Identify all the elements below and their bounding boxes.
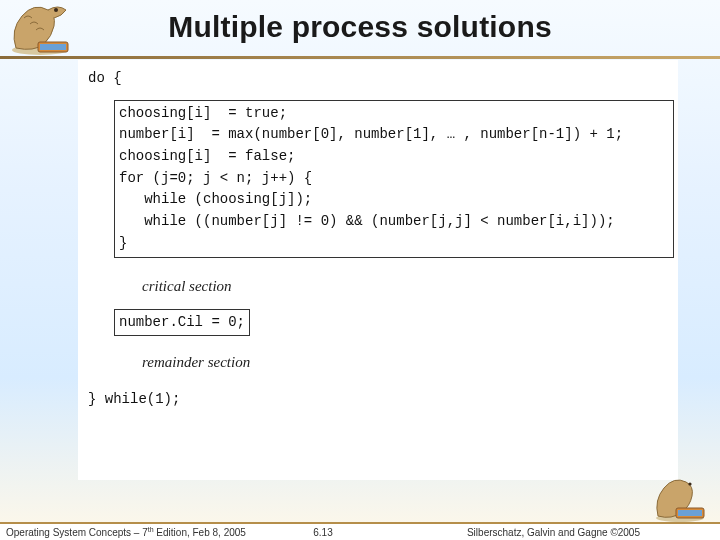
dino-logo-bottom (648, 474, 712, 522)
svg-point-5 (688, 482, 691, 485)
code-block-reset: number.Cil = 0; (114, 309, 250, 337)
footer-right: Silberschatz, Galvin and Gagne ©2005 (343, 527, 720, 538)
footer-left: Operating System Concepts – 7th Edition,… (0, 526, 303, 538)
footer: Operating System Concepts – 7th Edition,… (0, 522, 720, 540)
code-line: while (choosing[j]); (119, 189, 669, 211)
code-line: for (j=0; j < n; j++) { (119, 168, 669, 190)
code-line: } (119, 233, 669, 255)
code-line: choosing[i] = true; (119, 103, 669, 125)
critical-section-label: critical section (142, 278, 668, 295)
header-divider (0, 56, 720, 59)
code-line: choosing[i] = false; (119, 146, 669, 168)
footer-slide-number: 6.13 (303, 527, 342, 538)
footer-book-suffix: Edition, Feb 8, 2005 (154, 527, 246, 538)
footer-copyright-symbol: © (610, 527, 617, 538)
svg-rect-3 (40, 44, 66, 50)
code-line: while ((number[j] != 0) && (number[j,j] … (119, 211, 669, 233)
footer-year: 2005 (618, 527, 640, 538)
slide-content: do { choosing[i] = true; number[i] = max… (78, 60, 678, 480)
do-open: do { (88, 68, 668, 90)
footer-authors: Silberschatz, Galvin and Gagne (467, 527, 610, 538)
code-line: number[i] = max(number[0], number[1], … … (119, 124, 669, 146)
code-block-bakery: choosing[i] = true; number[i] = max(numb… (114, 100, 674, 258)
footer-book-prefix: Operating System Concepts – 7 (6, 527, 148, 538)
do-close: } while(1); (88, 389, 668, 411)
page-title: Multiple process solutions (0, 10, 720, 44)
code-line: number.Cil = 0; (119, 314, 245, 330)
remainder-section-label: remainder section (142, 354, 668, 371)
svg-rect-7 (678, 510, 702, 516)
